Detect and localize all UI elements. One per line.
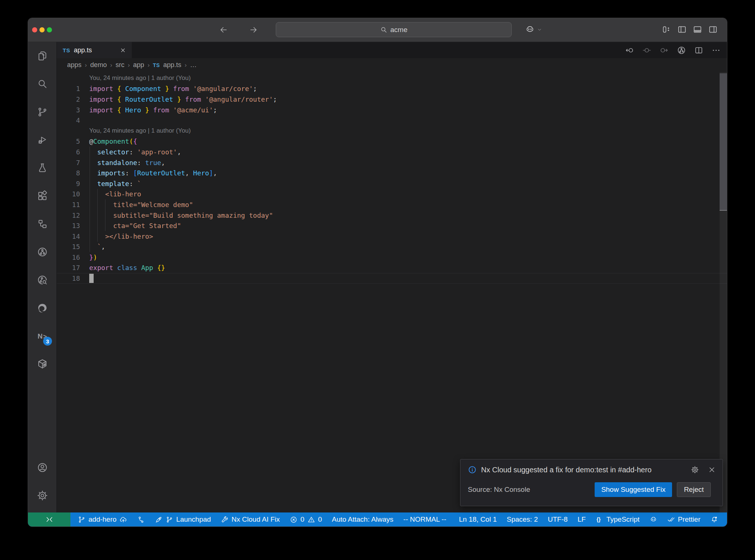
code-line[interactable]: 18 <box>57 273 727 284</box>
activity-item-source-control[interactable] <box>28 98 56 126</box>
code-line[interactable]: 1import { Component } from '@angular/cor… <box>57 84 727 94</box>
code-line[interactable]: 11 title="Welcmoe demo" <box>57 199 727 210</box>
status-cursor-position[interactable]: Ln 18, Col 1 <box>459 515 497 524</box>
activity-bar: N>3 <box>28 42 57 512</box>
status-launchpad[interactable]: Launchpad <box>155 515 211 524</box>
commit-graph-icon[interactable] <box>677 46 686 55</box>
code-token: from <box>153 106 173 114</box>
status-text: Spaces: 2 <box>507 515 538 524</box>
code-editor[interactable]: You, 24 minutes ago | 1 author (You)1imp… <box>57 72 727 512</box>
minimize-button[interactable] <box>39 27 45 32</box>
code-content: selector: 'app-root', <box>89 148 181 156</box>
status-encoding[interactable]: UTF-8 <box>548 515 568 524</box>
cloud-upload-icon <box>119 516 127 524</box>
code-line[interactable]: 13 cta="Get Started" <box>57 220 727 231</box>
forward-arrow-icon[interactable] <box>249 25 258 34</box>
code-content: @Component({ <box>89 137 137 145</box>
code-line[interactable]: 17export class App {} <box>57 263 727 273</box>
activity-item-nx-console[interactable]: N>3 <box>28 322 56 350</box>
status-formatter[interactable]: Prettier <box>667 515 700 524</box>
close-icon[interactable] <box>708 466 716 474</box>
status-indentation[interactable]: Spaces: 2 <box>507 515 538 524</box>
code-token <box>89 169 97 177</box>
code-line[interactable]: 2import { RouterOutlet } from '@angular/… <box>57 94 727 105</box>
status-commit-graph[interactable] <box>137 516 145 524</box>
layout-panel-icon[interactable] <box>693 25 702 34</box>
code-token: {} <box>157 264 165 272</box>
code-line[interactable]: 3import { Hero } from '@acme/ui'; <box>57 105 727 115</box>
more-actions-icon[interactable] <box>711 46 721 55</box>
activity-item-containers[interactable] <box>28 350 56 378</box>
code-line[interactable]: 15 `, <box>57 242 727 252</box>
status-auto-attach[interactable]: Auto Attach: Always <box>332 515 393 524</box>
code-line[interactable]: 10 <lib-hero <box>57 189 727 200</box>
status-git-branch[interactable]: add-hero <box>78 515 127 524</box>
status-eol[interactable]: LF <box>578 515 586 524</box>
code-line[interactable]: 12 subtitle="Build something amazing tod… <box>57 210 727 221</box>
copilot-icon <box>650 516 657 524</box>
breadcrumb-item[interactable]: app <box>133 61 144 69</box>
status-vim-mode[interactable]: -- NORMAL -- <box>403 515 446 524</box>
code-line[interactable]: 14 ></lib-hero> <box>57 231 727 242</box>
status-text: Prettier <box>678 515 700 524</box>
activity-item-gitlens-inspect[interactable] <box>28 266 56 294</box>
breadcrumb-item[interactable]: src <box>115 61 124 69</box>
activity-item-testing[interactable] <box>28 154 56 182</box>
code-line[interactable]: 9 template: ` <box>57 178 727 189</box>
activity-item-run-debug[interactable] <box>28 126 56 154</box>
gear-icon[interactable] <box>691 466 699 474</box>
code-line[interactable]: 8 imports: [RouterOutlet, Hero], <box>57 168 727 178</box>
copilot-icon <box>525 25 535 35</box>
previous-change-icon[interactable] <box>625 46 634 55</box>
breadcrumb-item[interactable]: apps <box>67 61 81 69</box>
chevron-right-icon: › <box>110 62 112 69</box>
code-line[interactable]: 5@Component({ <box>57 136 727 147</box>
activity-item-hierarchy[interactable] <box>28 210 56 238</box>
breadcrumb-item-file[interactable]: app.ts <box>163 61 181 69</box>
git-branch-icon <box>78 516 86 524</box>
breadcrumb-item[interactable]: demo <box>90 61 107 69</box>
remote-indicator[interactable] <box>28 512 70 526</box>
editor-scrollbar-thumb[interactable] <box>720 73 727 210</box>
layout-sidebar-right-icon[interactable] <box>708 25 718 34</box>
show-suggested-fix-button[interactable]: Show Suggested Fix <box>595 482 672 497</box>
code-line[interactable]: 7 standalone: true, <box>57 157 727 168</box>
breadcrumb-item-tail[interactable]: … <box>190 61 196 69</box>
activity-item-search[interactable] <box>28 70 56 98</box>
split-editor-icon[interactable] <box>694 46 703 55</box>
activity-item-extensions[interactable] <box>28 182 56 210</box>
zoom-button[interactable] <box>47 27 52 32</box>
activity-item-edge-devtools[interactable] <box>28 294 56 322</box>
code-token: [ <box>133 169 137 177</box>
back-arrow-icon[interactable] <box>219 25 228 34</box>
copilot-menu[interactable] <box>525 25 542 35</box>
next-change-icon[interactable] <box>660 46 669 55</box>
activity-item-gitlens[interactable] <box>28 238 56 266</box>
code-content: imports: [RouterOutlet, Hero], <box>89 169 217 177</box>
activity-item-settings[interactable] <box>28 482 56 510</box>
reject-button[interactable]: Reject <box>677 482 711 497</box>
code-token: : <box>129 148 137 156</box>
line-number: 6 <box>57 148 80 156</box>
status-language-mode[interactable]: {}TypeScript <box>596 515 640 524</box>
changes-icon[interactable] <box>642 46 651 55</box>
activity-item-accounts[interactable] <box>28 454 56 482</box>
close-button[interactable] <box>32 27 37 32</box>
code-line[interactable]: 16}) <box>57 252 727 263</box>
close-icon[interactable] <box>120 47 126 53</box>
tab-bar: TS app.ts <box>57 42 727 58</box>
command-center-search[interactable]: acme <box>276 22 512 37</box>
code-content: standalone: true, <box>89 159 165 167</box>
layout-sidebar-left-icon[interactable] <box>677 25 687 34</box>
status-notifications-bell[interactable] <box>710 516 718 524</box>
line-number: 8 <box>57 169 80 177</box>
code-line[interactable]: 4 <box>57 115 727 126</box>
activity-item-explorer[interactable] <box>28 42 56 70</box>
status-copilot[interactable] <box>650 516 657 524</box>
code-token: Hero <box>193 169 209 177</box>
customize-layout-icon[interactable] <box>662 25 671 34</box>
code-line[interactable]: 6 selector: 'app-root', <box>57 147 727 157</box>
status-nx-cloud-ai-fix[interactable]: Nx Cloud AI Fix <box>221 515 280 524</box>
tab-app-ts[interactable]: TS app.ts <box>57 42 132 58</box>
status-problems[interactable]: 00 <box>290 515 322 524</box>
